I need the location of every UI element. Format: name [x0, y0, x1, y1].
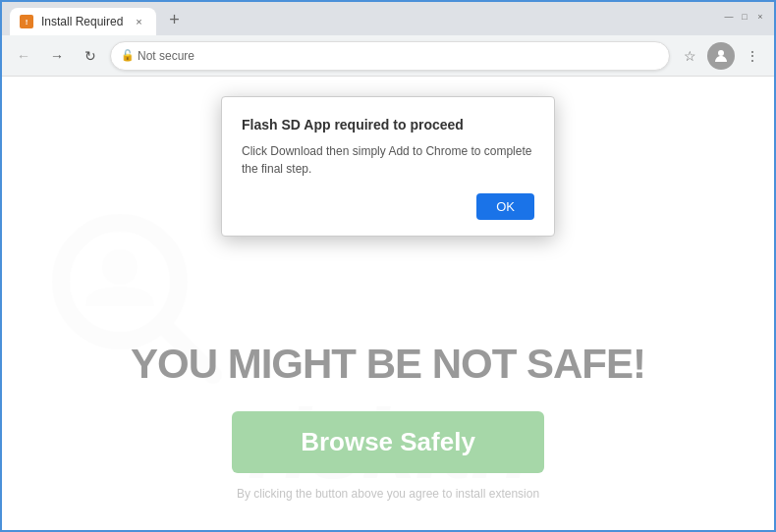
dialog-overlay: Flash SD App required to proceed Click D… [2, 77, 774, 530]
address-bar[interactable]: 🔓 Not secure [110, 41, 670, 71]
window-controls: — □ × [723, 11, 766, 27]
title-bar: ! Install Required × + — □ × [2, 2, 774, 35]
menu-button[interactable]: ⋮ [739, 42, 766, 70]
tab-favicon: ! [20, 15, 33, 28]
browser-frame: ! Install Required × + — □ × ← → ↻ 🔓 Not… [0, 0, 776, 532]
lock-icon: 🔓 [121, 49, 135, 62]
dialog-message: Click Download then simply Add to Chrome… [242, 142, 534, 178]
toolbar: ← → ↻ 🔓 Not secure ☆ ⋮ [2, 35, 774, 77]
bookmark-button[interactable]: ☆ [676, 42, 703, 70]
browser-tab[interactable]: ! Install Required × [10, 8, 156, 35]
reload-button[interactable]: ↻ [77, 42, 104, 70]
maximize-button[interactable]: □ [739, 11, 750, 23]
minimize-button[interactable]: — [723, 11, 735, 23]
dialog-footer: OK [242, 193, 534, 220]
tab-close-button[interactable]: × [131, 14, 146, 29]
close-window-button[interactable]: × [754, 11, 766, 23]
not-secure-label: Not secure [138, 49, 194, 63]
back-button[interactable]: ← [10, 42, 37, 70]
page-content: risk.tn YOU MIGHT BE NOT SAFE! Browse Sa… [2, 77, 774, 530]
dialog-ok-button[interactable]: OK [476, 193, 534, 220]
dialog-title: Flash SD App required to proceed [242, 117, 534, 133]
svg-point-0 [718, 50, 724, 56]
forward-button[interactable]: → [43, 42, 71, 70]
security-indicator: 🔓 Not secure [121, 49, 194, 63]
toolbar-actions: ☆ ⋮ [676, 42, 766, 70]
profile-button[interactable] [707, 42, 735, 70]
dialog-box: Flash SD App required to proceed Click D… [221, 96, 555, 237]
new-tab-button[interactable]: + [160, 6, 188, 33]
tab-title: Install Required [41, 15, 123, 28]
tab-area: ! Install Required × + [10, 2, 719, 35]
